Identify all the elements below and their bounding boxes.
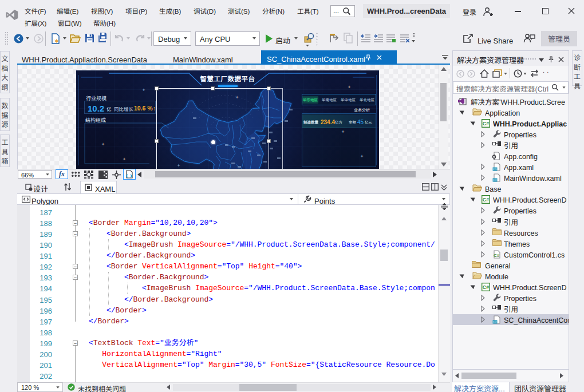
svg-text:C#: C#: [494, 253, 500, 258]
svg-text:C#: C#: [483, 284, 490, 290]
svg-text:C#: C#: [483, 197, 490, 203]
svg-text:C#: C#: [483, 121, 490, 126]
